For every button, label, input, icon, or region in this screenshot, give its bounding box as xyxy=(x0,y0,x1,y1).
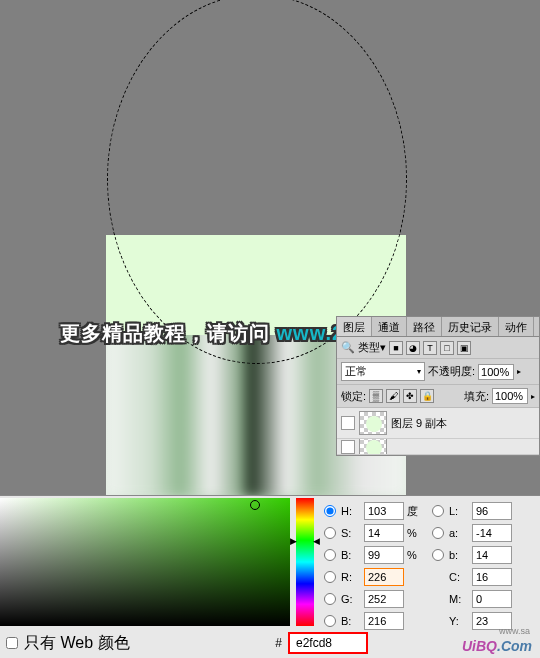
r-radio[interactable] xyxy=(324,571,336,583)
shape-filter-icon[interactable]: □ xyxy=(440,341,454,355)
lock-brush-icon[interactable]: 🖌 xyxy=(386,389,400,403)
b-radio[interactable] xyxy=(432,549,444,561)
tab-actions[interactable]: 动作 xyxy=(499,317,534,336)
chevron-down-icon[interactable]: ▸ xyxy=(531,392,535,401)
m-label: M: xyxy=(449,593,469,605)
bb-label: B: xyxy=(341,615,361,627)
type-filter-icon[interactable]: T xyxy=(423,341,437,355)
a-label: a: xyxy=(449,527,469,539)
web-only-label: 只有 Web 颜色 xyxy=(24,633,130,654)
filter-row: 🔍 类型▾ ■ ◕ T □ ▣ xyxy=(337,337,539,359)
visibility-toggle[interactable] xyxy=(341,416,355,430)
search-icon: 🔍 xyxy=(341,341,355,354)
r-label: R: xyxy=(341,571,361,583)
smart-filter-icon[interactable]: ▣ xyxy=(457,341,471,355)
a-input[interactable]: -14 xyxy=(472,524,512,542)
lock-row: 锁定: ▒ 🖌 ✤ 🔒 填充: 100% ▸ xyxy=(337,385,539,408)
fill-label: 填充: xyxy=(464,389,489,404)
blend-row: 正常▾ 不透明度: 100% ▸ xyxy=(337,359,539,385)
visibility-toggle[interactable] xyxy=(341,440,355,454)
bb-radio[interactable] xyxy=(324,615,336,627)
color-picker-panel: ▶◀ H:103度 L:96 S:14% a:-14 B:99% b:14 R:… xyxy=(0,495,540,658)
l-input[interactable]: 96 xyxy=(472,502,512,520)
bv-label: B: xyxy=(341,549,361,561)
g-label: G: xyxy=(341,593,361,605)
footer-logo: UiBQ.Com xyxy=(462,638,532,654)
opacity-label: 不透明度: xyxy=(428,364,475,379)
hue-slider[interactable]: ▶◀ xyxy=(296,498,314,626)
color-field[interactable] xyxy=(0,498,290,626)
panel-tabs: 图层 通道 路径 历史记录 动作 xyxy=(337,317,539,337)
bv-radio[interactable] xyxy=(324,549,336,561)
s-label: S: xyxy=(341,527,361,539)
watermark-cn: 更多精品教程，请访问 xyxy=(60,322,270,344)
a-radio[interactable] xyxy=(432,527,444,539)
layer-row[interactable]: 图层 9 副本 xyxy=(337,408,539,439)
h-label: H: xyxy=(341,505,361,517)
c-label: C: xyxy=(449,571,469,583)
r-input[interactable]: 226 xyxy=(364,568,404,586)
bv-input[interactable]: 99 xyxy=(364,546,404,564)
l-radio[interactable] xyxy=(432,505,444,517)
hue-pointer-icon: ▶◀ xyxy=(290,536,320,546)
s-radio[interactable] xyxy=(324,527,336,539)
tab-channels[interactable]: 通道 xyxy=(372,317,407,336)
opacity-input[interactable]: 100% xyxy=(478,364,514,380)
logo-suffix: .Com xyxy=(497,638,532,654)
hex-input[interactable]: e2fcd8 xyxy=(288,632,368,654)
elliptical-selection[interactable] xyxy=(107,0,407,364)
g-input[interactable]: 252 xyxy=(364,590,404,608)
chevron-down-icon[interactable]: ▸ xyxy=(517,367,521,376)
adjust-filter-icon[interactable]: ◕ xyxy=(406,341,420,355)
layer-thumbnail[interactable] xyxy=(359,411,387,435)
layers-panel: 图层 通道 路径 历史记录 动作 🔍 类型▾ ■ ◕ T □ ▣ 正常▾ 不透明… xyxy=(336,316,540,456)
tab-history[interactable]: 历史记录 xyxy=(442,317,499,336)
fill-input[interactable]: 100% xyxy=(492,388,528,404)
logo-main: UiBQ xyxy=(462,638,497,654)
picker-bottom-row: 只有 Web 颜色 # e2fcd8 xyxy=(0,628,540,658)
layer-thumbnail[interactable] xyxy=(359,439,387,455)
s-input[interactable]: 14 xyxy=(364,524,404,542)
hash-label: # xyxy=(275,636,282,650)
color-cursor-icon xyxy=(250,500,260,510)
layer-name[interactable]: 图层 9 副本 xyxy=(391,416,447,431)
h-unit: 度 xyxy=(407,504,429,519)
y-label: Y: xyxy=(449,615,469,627)
h-radio[interactable] xyxy=(324,505,336,517)
h-input[interactable]: 103 xyxy=(364,502,404,520)
c-input[interactable]: 16 xyxy=(472,568,512,586)
tab-layers[interactable]: 图层 xyxy=(337,317,372,336)
lock-all-icon[interactable]: 🔒 xyxy=(420,389,434,403)
footer-small-text: www.sa xyxy=(499,626,530,636)
lock-transparent-icon[interactable]: ▒ xyxy=(369,389,383,403)
pixel-filter-icon[interactable]: ■ xyxy=(389,341,403,355)
lock-label: 锁定: xyxy=(341,389,366,404)
filter-type-dropdown[interactable]: 类型▾ xyxy=(358,340,386,355)
b-label: b: xyxy=(449,549,469,561)
s-unit: % xyxy=(407,527,429,539)
lock-position-icon[interactable]: ✤ xyxy=(403,389,417,403)
b-input[interactable]: 14 xyxy=(472,546,512,564)
layer-row[interactable] xyxy=(337,439,539,455)
g-radio[interactable] xyxy=(324,593,336,605)
l-label: L: xyxy=(449,505,469,517)
m-input[interactable]: 0 xyxy=(472,590,512,608)
web-only-checkbox[interactable] xyxy=(6,637,18,649)
tab-paths[interactable]: 路径 xyxy=(407,317,442,336)
blend-mode-dropdown[interactable]: 正常▾ xyxy=(341,362,425,381)
bv-unit: % xyxy=(407,549,429,561)
